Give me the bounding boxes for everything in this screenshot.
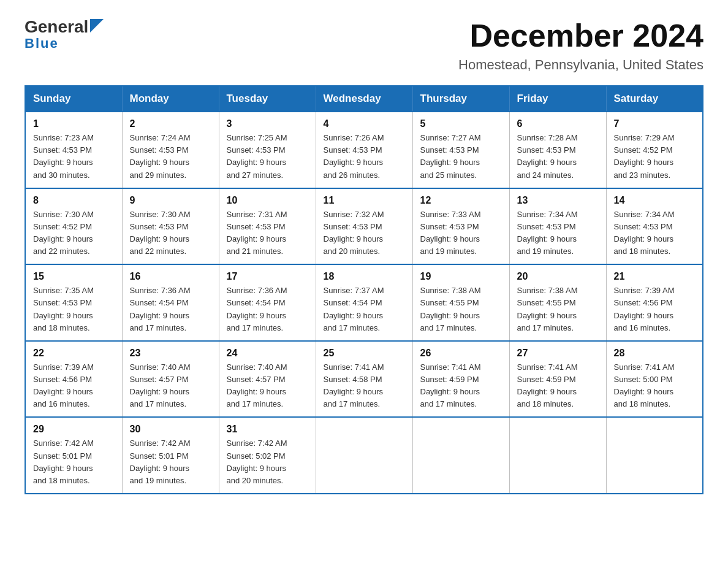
day-number: 23 <box>130 348 211 359</box>
day-info: Sunrise: 7:41 AMSunset: 4:59 PMDaylight:… <box>420 361 502 411</box>
calendar-header: Sunday Monday Tuesday Wednesday Thursday… <box>25 86 703 112</box>
day-info: Sunrise: 7:39 AMSunset: 4:56 PMDaylight:… <box>614 285 696 334</box>
day-number: 28 <box>614 348 696 359</box>
day-number: 19 <box>420 271 502 282</box>
logo-blue-text: Blue <box>25 36 59 52</box>
day-info: Sunrise: 7:25 AMSunset: 4:53 PMDaylight:… <box>227 132 308 182</box>
day-number: 18 <box>324 271 405 282</box>
day-number: 25 <box>324 348 405 359</box>
day-info: Sunrise: 7:33 AMSunset: 4:53 PMDaylight:… <box>420 209 502 258</box>
day-number: 26 <box>420 348 502 359</box>
day-info: Sunrise: 7:40 AMSunset: 4:57 PMDaylight:… <box>227 361 308 411</box>
day-info: Sunrise: 7:34 AMSunset: 4:53 PMDaylight:… <box>614 209 696 258</box>
calendar-day-cell: 23 Sunrise: 7:40 AMSunset: 4:57 PMDaylig… <box>122 341 219 418</box>
calendar-day-cell <box>606 417 703 494</box>
day-number: 11 <box>324 195 405 206</box>
calendar-day-cell: 11 Sunrise: 7:32 AMSunset: 4:53 PMDaylig… <box>316 188 412 265</box>
day-info: Sunrise: 7:42 AMSunset: 5:01 PMDaylight:… <box>33 437 115 487</box>
calendar-table: Sunday Monday Tuesday Wednesday Thursday… <box>25 85 703 494</box>
calendar-day-cell: 10 Sunrise: 7:31 AMSunset: 4:53 PMDaylig… <box>219 188 316 265</box>
day-info: Sunrise: 7:37 AMSunset: 4:54 PMDaylight:… <box>324 285 405 334</box>
calendar-day-cell: 4 Sunrise: 7:26 AMSunset: 4:53 PMDayligh… <box>316 112 412 188</box>
header-sunday: Sunday <box>25 86 122 112</box>
calendar-day-cell: 9 Sunrise: 7:30 AMSunset: 4:53 PMDayligh… <box>122 188 219 265</box>
calendar-day-cell: 18 Sunrise: 7:37 AMSunset: 4:54 PMDaylig… <box>316 264 412 341</box>
calendar-day-cell <box>509 417 606 494</box>
header-monday: Monday <box>122 86 219 112</box>
calendar-day-cell: 28 Sunrise: 7:41 AMSunset: 5:00 PMDaylig… <box>606 341 703 418</box>
calendar-day-cell: 15 Sunrise: 7:35 AMSunset: 4:53 PMDaylig… <box>25 264 122 341</box>
day-info: Sunrise: 7:32 AMSunset: 4:53 PMDaylight:… <box>324 209 405 258</box>
day-info: Sunrise: 7:34 AMSunset: 4:53 PMDaylight:… <box>517 209 599 258</box>
calendar-day-cell: 16 Sunrise: 7:36 AMSunset: 4:54 PMDaylig… <box>122 264 219 341</box>
calendar-day-cell: 6 Sunrise: 7:28 AMSunset: 4:53 PMDayligh… <box>509 112 606 188</box>
calendar-day-cell: 29 Sunrise: 7:42 AMSunset: 5:01 PMDaylig… <box>25 417 122 494</box>
day-info: Sunrise: 7:30 AMSunset: 4:52 PMDaylight:… <box>33 209 115 258</box>
calendar-body: 1 Sunrise: 7:23 AMSunset: 4:53 PMDayligh… <box>25 112 703 494</box>
svg-marker-0 <box>90 19 104 33</box>
calendar-day-cell: 14 Sunrise: 7:34 AMSunset: 4:53 PMDaylig… <box>606 188 703 265</box>
day-info: Sunrise: 7:41 AMSunset: 4:59 PMDaylight:… <box>517 361 599 411</box>
day-number: 14 <box>614 195 696 206</box>
subtitle: Homestead, Pennsylvania, United States <box>458 57 703 73</box>
day-number: 30 <box>130 424 211 435</box>
calendar-day-cell: 21 Sunrise: 7:39 AMSunset: 4:56 PMDaylig… <box>606 264 703 341</box>
day-info: Sunrise: 7:28 AMSunset: 4:53 PMDaylight:… <box>517 132 599 182</box>
calendar-day-cell: 24 Sunrise: 7:40 AMSunset: 4:57 PMDaylig… <box>219 341 316 418</box>
calendar-day-cell: 31 Sunrise: 7:42 AMSunset: 5:02 PMDaylig… <box>219 417 316 494</box>
day-number: 8 <box>33 195 115 206</box>
day-info: Sunrise: 7:29 AMSunset: 4:52 PMDaylight:… <box>614 132 696 182</box>
calendar-day-cell: 19 Sunrise: 7:38 AMSunset: 4:55 PMDaylig… <box>412 264 509 341</box>
days-of-week-row: Sunday Monday Tuesday Wednesday Thursday… <box>25 86 703 112</box>
day-number: 7 <box>614 118 696 129</box>
header-wednesday: Wednesday <box>316 86 412 112</box>
day-info: Sunrise: 7:35 AMSunset: 4:53 PMDaylight:… <box>33 285 115 334</box>
calendar-week-row: 1 Sunrise: 7:23 AMSunset: 4:53 PMDayligh… <box>25 112 703 188</box>
day-number: 6 <box>517 118 599 129</box>
calendar-day-cell: 26 Sunrise: 7:41 AMSunset: 4:59 PMDaylig… <box>412 341 509 418</box>
day-number: 13 <box>517 195 599 206</box>
calendar-day-cell: 30 Sunrise: 7:42 AMSunset: 5:01 PMDaylig… <box>122 417 219 494</box>
day-info: Sunrise: 7:31 AMSunset: 4:53 PMDaylight:… <box>227 209 308 258</box>
day-number: 5 <box>420 118 502 129</box>
day-info: Sunrise: 7:27 AMSunset: 4:53 PMDaylight:… <box>420 132 502 182</box>
header-thursday: Thursday <box>412 86 509 112</box>
calendar-day-cell: 12 Sunrise: 7:33 AMSunset: 4:53 PMDaylig… <box>412 188 509 265</box>
day-info: Sunrise: 7:39 AMSunset: 4:56 PMDaylight:… <box>33 361 115 411</box>
day-number: 22 <box>33 348 115 359</box>
day-number: 10 <box>227 195 308 206</box>
calendar-week-row: 8 Sunrise: 7:30 AMSunset: 4:52 PMDayligh… <box>25 188 703 265</box>
calendar-day-cell: 8 Sunrise: 7:30 AMSunset: 4:52 PMDayligh… <box>25 188 122 265</box>
day-info: Sunrise: 7:36 AMSunset: 4:54 PMDaylight:… <box>227 285 308 334</box>
day-number: 4 <box>324 118 405 129</box>
title-block: December 2024 Homestead, Pennsylvania, U… <box>458 18 703 73</box>
day-info: Sunrise: 7:26 AMSunset: 4:53 PMDaylight:… <box>324 132 405 182</box>
header-friday: Friday <box>509 86 606 112</box>
day-info: Sunrise: 7:42 AMSunset: 5:02 PMDaylight:… <box>227 437 308 487</box>
main-title: December 2024 <box>458 18 703 53</box>
day-number: 29 <box>33 424 115 435</box>
calendar-day-cell: 1 Sunrise: 7:23 AMSunset: 4:53 PMDayligh… <box>25 112 122 188</box>
day-info: Sunrise: 7:38 AMSunset: 4:55 PMDaylight:… <box>517 285 599 334</box>
header-saturday: Saturday <box>606 86 703 112</box>
calendar-day-cell: 20 Sunrise: 7:38 AMSunset: 4:55 PMDaylig… <box>509 264 606 341</box>
logo: General Blue <box>25 18 104 52</box>
day-number: 31 <box>227 424 308 435</box>
calendar-week-row: 22 Sunrise: 7:39 AMSunset: 4:56 PMDaylig… <box>25 341 703 418</box>
calendar-day-cell: 22 Sunrise: 7:39 AMSunset: 4:56 PMDaylig… <box>25 341 122 418</box>
logo-general-text: General <box>25 18 88 36</box>
day-number: 12 <box>420 195 502 206</box>
day-number: 2 <box>130 118 211 129</box>
header-tuesday: Tuesday <box>219 86 316 112</box>
calendar-week-row: 15 Sunrise: 7:35 AMSunset: 4:53 PMDaylig… <box>25 264 703 341</box>
calendar-day-cell: 25 Sunrise: 7:41 AMSunset: 4:58 PMDaylig… <box>316 341 412 418</box>
page-header: General Blue December 2024 Homestead, Pe… <box>25 18 703 73</box>
calendar-day-cell: 17 Sunrise: 7:36 AMSunset: 4:54 PMDaylig… <box>219 264 316 341</box>
calendar-day-cell: 27 Sunrise: 7:41 AMSunset: 4:59 PMDaylig… <box>509 341 606 418</box>
calendar-week-row: 29 Sunrise: 7:42 AMSunset: 5:01 PMDaylig… <box>25 417 703 494</box>
day-number: 27 <box>517 348 599 359</box>
calendar-day-cell: 3 Sunrise: 7:25 AMSunset: 4:53 PMDayligh… <box>219 112 316 188</box>
day-info: Sunrise: 7:41 AMSunset: 4:58 PMDaylight:… <box>324 361 405 411</box>
calendar-day-cell: 5 Sunrise: 7:27 AMSunset: 4:53 PMDayligh… <box>412 112 509 188</box>
calendar-day-cell: 2 Sunrise: 7:24 AMSunset: 4:53 PMDayligh… <box>122 112 219 188</box>
